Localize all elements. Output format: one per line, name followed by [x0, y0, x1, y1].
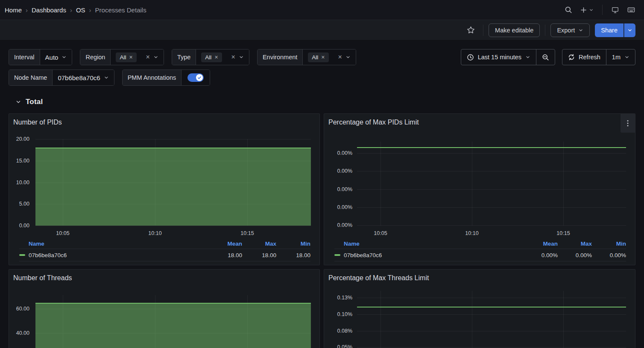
search-button[interactable] — [562, 3, 575, 16]
new-dropdown-button[interactable] — [577, 4, 596, 16]
series-max: 18.00 — [242, 252, 276, 258]
panel-menu-button[interactable] — [621, 114, 635, 133]
chevron-down-icon — [525, 55, 530, 60]
environment-select[interactable]: All × × — [303, 49, 356, 65]
y-tick-label: 0.08% — [324, 328, 352, 334]
search-icon — [565, 6, 572, 14]
type-select[interactable]: All × × — [196, 49, 249, 65]
divider — [602, 5, 603, 15]
y-tick-label: 0.00% — [324, 150, 352, 157]
chevron-down-icon — [345, 55, 351, 60]
make-editable-button[interactable]: Make editable — [489, 23, 540, 37]
legend-header-max[interactable]: Max — [242, 241, 276, 247]
y-tick-label: 0.00% — [324, 222, 352, 229]
node-name-select[interactable]: 07b6be8a70c6 — [53, 70, 114, 85]
refresh-icon — [568, 54, 575, 61]
breadcrumb-separator: › — [89, 6, 91, 14]
legend-header-min[interactable]: Min — [276, 241, 310, 247]
breadcrumb-item[interactable]: Dashboards — [32, 6, 66, 14]
share-button[interactable]: Share — [595, 23, 624, 37]
selected-chip[interactable]: All × — [308, 52, 328, 62]
panel-number-of-threads: 60.0040.00 Number of Threads — [9, 269, 320, 348]
legend-header-name[interactable]: Name — [344, 241, 524, 247]
section-row-total[interactable]: Total — [15, 96, 635, 108]
legend-row: 07b6be8a70c6 0.00% 0.00% 0.00% — [334, 249, 626, 261]
monitor-icon — [611, 6, 619, 14]
export-label: Export — [557, 27, 575, 34]
clear-selection-icon[interactable]: × — [146, 54, 150, 61]
grid-line — [357, 153, 626, 154]
filter-node-name: Node Name 07b6be8a70c6 — [9, 70, 114, 86]
zoom-out-button[interactable] — [536, 49, 555, 65]
zoom-out-icon — [542, 54, 549, 61]
y-tick-label: 60.00 — [9, 305, 29, 312]
remove-chip-icon[interactable]: × — [214, 54, 218, 60]
node-name-value: 07b6be8a70c6 — [58, 74, 100, 81]
legend-row: 07b6be8a70c6 18.00 18.00 18.00 — [19, 249, 310, 261]
grid-line — [357, 207, 626, 208]
chevron-down-icon — [239, 55, 244, 60]
selected-chip[interactable]: All × — [116, 52, 136, 62]
plus-icon — [580, 6, 587, 14]
chevron-down-icon — [589, 8, 594, 12]
dashboard-toolbar: Make editable Export Share — [0, 20, 644, 41]
interval-select[interactable]: Auto — [40, 49, 72, 65]
panel-title[interactable]: Percentage of Max Threads Limit — [328, 274, 429, 282]
series-name[interactable]: 07b6be8a70c6 — [344, 252, 524, 258]
series-swatch — [19, 254, 25, 256]
grid-line — [357, 189, 626, 190]
top-nav-bar: Home›Dashboards›OS›Processes Details — [0, 0, 644, 20]
breadcrumb-item[interactable]: OS — [76, 6, 85, 14]
filter-interval: Interval Auto — [9, 49, 72, 65]
panel-title[interactable]: Number of PIDs — [13, 119, 62, 126]
node-name-label: Node Name — [9, 70, 53, 85]
panel-title[interactable]: Percentage of Max PIDs Limit — [328, 119, 419, 126]
filters-row-2: Node Name 07b6be8a70c6 PMM Annotations — [9, 70, 635, 86]
grid-line — [472, 291, 472, 348]
remove-chip-icon[interactable]: × — [321, 54, 325, 60]
favorite-button[interactable] — [464, 23, 478, 37]
grid-line — [357, 314, 626, 315]
time-range-picker[interactable]: Last 15 minutes — [461, 49, 536, 65]
region-select[interactable]: All × × — [111, 49, 164, 65]
filter-pmm-annotations: PMM Annotations — [122, 70, 211, 86]
y-tick-label: 5.00 — [9, 200, 29, 207]
pmm-annotations-toggle[interactable] — [187, 73, 204, 82]
panel-title[interactable]: Number of Threads — [13, 274, 72, 282]
kebab-menu-icon — [627, 120, 629, 127]
legend-header-mean[interactable]: Mean — [524, 241, 558, 247]
y-tick-label: 0.05% — [324, 344, 352, 348]
share-dropdown-button[interactable] — [624, 23, 635, 37]
selected-chip[interactable]: All × — [201, 52, 222, 62]
panel-legend: Name Mean Max Min 07b6be8a70c6 18.00 18.… — [19, 239, 310, 261]
keyboard-shortcuts-button[interactable] — [624, 3, 638, 17]
grid-line — [563, 142, 564, 226]
breadcrumb-item[interactable]: Home — [5, 6, 22, 14]
remove-chip-icon[interactable]: × — [129, 54, 132, 60]
time-range-label: Last 15 minutes — [478, 54, 521, 61]
series-min: 18.00 — [276, 252, 310, 258]
legend-header-mean[interactable]: Mean — [208, 241, 242, 247]
clear-selection-icon[interactable]: × — [338, 54, 342, 61]
y-tick-label: 0.13% — [324, 294, 352, 301]
tv-mode-button[interactable] — [609, 3, 622, 17]
series-name[interactable]: 07b6be8a70c6 — [29, 252, 208, 258]
grid-line — [357, 171, 626, 171]
breadcrumb: Home›Dashboards›OS›Processes Details — [5, 6, 146, 14]
chevron-down-icon — [61, 55, 67, 60]
y-tick-label: 20.00 — [9, 136, 29, 142]
export-button[interactable]: Export — [550, 23, 590, 37]
refresh-interval-select[interactable]: 1m — [606, 49, 635, 65]
refresh-label: Refresh — [579, 54, 600, 61]
refresh-button[interactable]: Refresh — [562, 49, 606, 65]
chevron-down-icon — [578, 28, 583, 33]
legend-header-max[interactable]: Max — [558, 241, 592, 247]
environment-label: Environment — [258, 49, 303, 65]
divider — [483, 25, 483, 36]
legend-header-name[interactable]: Name — [29, 241, 208, 247]
clear-selection-icon[interactable]: × — [231, 54, 235, 61]
legend-header-min[interactable]: Min — [592, 241, 626, 247]
grid-line — [357, 347, 626, 348]
y-tick-label: 0.00% — [324, 186, 352, 193]
filter-environment: Environment All × × — [257, 49, 356, 65]
